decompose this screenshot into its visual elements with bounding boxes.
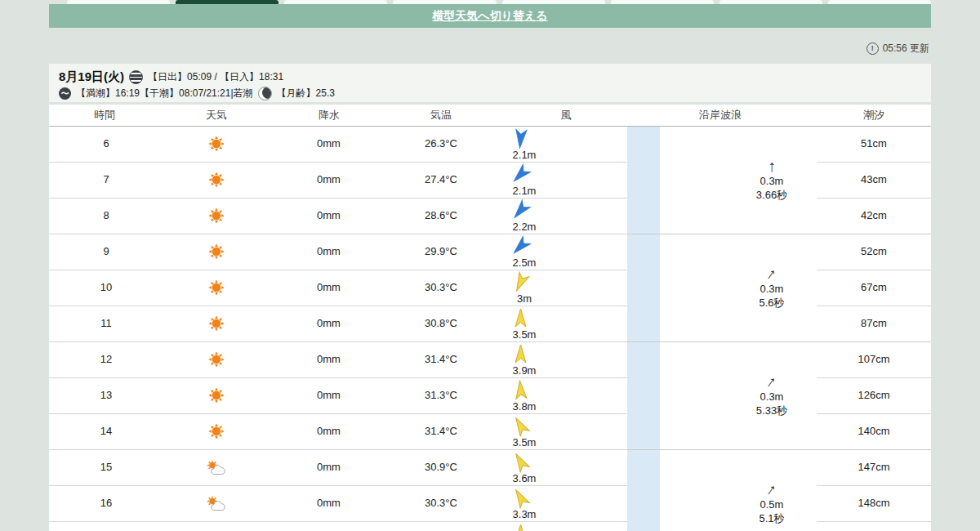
coastal-wave-info: ↑0.3m3.66秒 bbox=[756, 158, 787, 202]
wind-cell: 2.5m bbox=[496, 234, 545, 270]
layout-switch-banner: 横型天気へ切り替える bbox=[49, 4, 931, 28]
wind-speed-label: 2.2m bbox=[513, 221, 537, 232]
precip-cell: 0mm bbox=[270, 341, 388, 377]
sunny-icon bbox=[194, 306, 238, 341]
temp-cell: 28.6°C bbox=[388, 198, 494, 234]
temp-cell: 31.3°C bbox=[388, 377, 494, 413]
hour-cell: 7 bbox=[49, 162, 163, 198]
hour-cell: 11 bbox=[49, 306, 163, 341]
wind-direction-arrow-icon bbox=[513, 126, 528, 152]
wind-direction-arrow-icon bbox=[513, 377, 528, 404]
coastal-wave-cell: ↑0.3m3.66秒 bbox=[693, 126, 850, 234]
column-header-2: 天気 bbox=[159, 105, 274, 126]
temp-cell: 30.3°C bbox=[388, 485, 494, 521]
wave-period-label: 5.33秒 bbox=[756, 404, 787, 417]
column-header-4: 気温 bbox=[384, 105, 498, 126]
precip-cell: 0mm bbox=[270, 413, 388, 449]
wave-height-label: 0.3m bbox=[760, 282, 784, 296]
date-header: 8月19日(火) 【日出】05:09 / 【日入】18:31 〜 【満潮】16:… bbox=[49, 64, 931, 102]
sunny-cloudy-icon bbox=[194, 485, 238, 521]
hour-cell: 15 bbox=[49, 449, 163, 485]
sunny-icon bbox=[194, 198, 238, 234]
temp-cell: 31.4°C bbox=[388, 413, 494, 449]
coastal-wave-cell: ↑0.5m5.1秒 bbox=[693, 449, 850, 531]
wave-period-label: 5.6秒 bbox=[759, 296, 784, 310]
precip-cell: 0mm bbox=[270, 270, 388, 306]
sunrise-sunset-times: 【日出】05:09 / 【日入】18:31 bbox=[148, 70, 283, 84]
precip-cell: 0mm bbox=[270, 377, 388, 413]
temp-cell: 29.9°C bbox=[388, 234, 494, 270]
wind-cell: 2.1m bbox=[496, 126, 545, 162]
wind-cell: 2.1m bbox=[496, 162, 545, 198]
clock-icon: ! bbox=[866, 42, 879, 55]
hourly-weather-table: 時間天気降水気温風沿岸波浪潮汐60mm26.3°C2.1m51cm70mm27.… bbox=[49, 105, 931, 531]
precip-cell: 0mm bbox=[270, 198, 388, 234]
coastal-wave-info: ↑0.3m5.6秒 bbox=[759, 266, 784, 310]
moon-phase-icon bbox=[258, 87, 272, 100]
page: 横型天気へ切り替える ! 05:56 更新 8月19日(火) 【日出】05:09… bbox=[0, 0, 980, 531]
temp-cell: 30.9°C bbox=[388, 449, 494, 485]
wind-speed-label: 3.5m bbox=[513, 329, 537, 340]
sunny-icon bbox=[194, 234, 238, 270]
column-header-7: 潮汐 bbox=[817, 105, 931, 126]
column-header-6: 沿岸波浪 bbox=[663, 105, 777, 126]
precip-cell bbox=[270, 521, 388, 531]
sunny-icon bbox=[194, 377, 238, 413]
precip-cell: 0mm bbox=[270, 162, 388, 198]
precip-cell: 0mm bbox=[270, 306, 388, 341]
coastal-wave-cell: ↑0.3m5.6秒 bbox=[693, 234, 850, 341]
sunny-icon bbox=[194, 162, 238, 198]
moon-age: 【月齢】25.3 bbox=[277, 87, 335, 100]
tide-times: 【満潮】16:19【干潮】08:07/21:21|若潮 bbox=[76, 87, 253, 100]
wind-speed-label: 3.9m bbox=[513, 365, 537, 376]
tide-wave-icon: 〜 bbox=[59, 87, 71, 100]
wave-strip bbox=[627, 127, 660, 531]
wind-direction-arrow-icon bbox=[513, 341, 528, 368]
wind-speed-label: 3.5m bbox=[513, 437, 537, 448]
wind-speed-label: 2.1m bbox=[513, 185, 537, 196]
update-time-label: 05:56 更新 bbox=[883, 42, 929, 56]
precip-cell: 0mm bbox=[270, 449, 388, 485]
hour-cell: 8 bbox=[49, 198, 163, 234]
date-label: 8月19日(火) bbox=[59, 69, 124, 85]
switch-to-horizontal-link[interactable]: 横型天気へ切り替える bbox=[432, 9, 547, 24]
wind-speed-label: 3.3m bbox=[513, 509, 537, 520]
temp-cell: 26.3°C bbox=[388, 126, 494, 162]
wind-cell: 3m bbox=[496, 270, 545, 306]
update-info: ! 05:56 更新 bbox=[866, 42, 929, 55]
wave-direction-arrow-icon: ↑ bbox=[764, 373, 780, 390]
coastal-wave-cell: ↑0.3m5.33秒 bbox=[693, 341, 850, 449]
wave-period-label: 3.66秒 bbox=[756, 188, 787, 202]
wind-speed-label: 3m bbox=[517, 293, 532, 304]
temp-cell bbox=[388, 521, 494, 531]
coastal-wave-info: ↑0.5m5.1秒 bbox=[759, 481, 784, 525]
temp-cell: 30.8°C bbox=[388, 306, 494, 341]
precip-cell: 0mm bbox=[270, 126, 388, 162]
precip-cell: 0mm bbox=[270, 234, 388, 270]
wind-cell: 3.5m bbox=[496, 306, 545, 341]
hour-cell bbox=[49, 521, 163, 531]
hour-cell: 14 bbox=[49, 413, 163, 449]
wave-period-label: 5.1秒 bbox=[759, 511, 784, 525]
column-header-3: 降水 bbox=[272, 105, 386, 126]
wind-cell: 3.8m bbox=[496, 377, 545, 413]
sunny-icon bbox=[194, 341, 238, 377]
hour-cell: 13 bbox=[49, 377, 163, 413]
sunny-icon bbox=[194, 413, 238, 449]
wind-direction-arrow-icon bbox=[513, 521, 528, 531]
sunrise-sunset-icon bbox=[129, 70, 143, 84]
wind-speed-label: 3.8m bbox=[513, 401, 537, 412]
wind-cell: 3.6m bbox=[496, 449, 545, 485]
sunny-icon bbox=[194, 126, 238, 162]
wind-speed-label: 2.5m bbox=[513, 257, 537, 268]
wind-speed-label: 3.6m bbox=[513, 473, 537, 484]
precip-cell: 0mm bbox=[270, 485, 388, 521]
hour-cell: 9 bbox=[49, 234, 163, 270]
wind-cell: 3.9m bbox=[496, 341, 545, 377]
wind-cell: 3.5m bbox=[496, 413, 545, 449]
empty-weather-cell bbox=[194, 521, 238, 531]
wave-height-label: 0.5m bbox=[760, 498, 784, 511]
hour-cell: 10 bbox=[49, 270, 163, 306]
wind-cell: 2.2m bbox=[496, 198, 545, 234]
wave-direction-arrow-icon: ↑ bbox=[764, 480, 780, 498]
